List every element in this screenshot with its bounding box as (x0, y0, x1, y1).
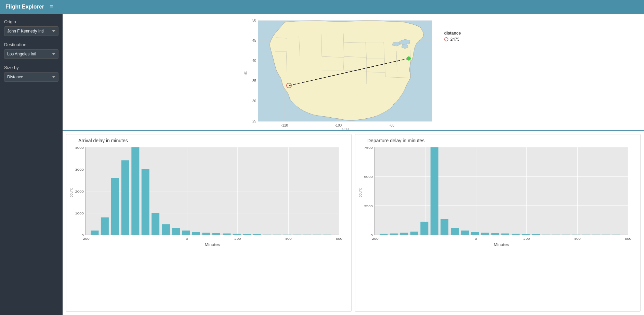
arrival-chart-svg: 4000 3000 2000 1000 0 count -200 - 0 200… (68, 145, 348, 251)
bar (212, 233, 220, 235)
chart-bg (374, 147, 628, 235)
x-tick: 400 (574, 237, 581, 240)
bar (420, 222, 428, 235)
x-axis-label: Minutes (494, 242, 509, 247)
app-title: Flight Explorer (5, 4, 44, 10)
y-tick: 2500 (364, 204, 373, 208)
dest-dot (407, 56, 411, 61)
destination-select[interactable]: Los Angeles Intl John F Kennedy Intl O'H… (4, 49, 58, 59)
bar (162, 224, 170, 235)
bar (152, 213, 159, 235)
y-axis-label: count (357, 188, 362, 197)
bar (501, 234, 509, 235)
app-body: Origin John F Kennedy Intl Los Angeles I… (0, 14, 644, 315)
bar (451, 228, 459, 235)
bar (431, 147, 438, 235)
y-tick: 1000 (75, 211, 84, 215)
bar (101, 218, 109, 235)
map-legend: distance 2475 (444, 17, 461, 42)
arrival-chart-area: 4000 3000 2000 1000 0 count -200 - 0 200… (68, 145, 348, 255)
lat-axis-label: lat (243, 71, 247, 76)
long-axis-label: long (341, 127, 349, 130)
bar (441, 219, 448, 235)
bar (491, 233, 499, 235)
x-tick: 200 (234, 237, 241, 240)
y-tick: 3000 (75, 168, 84, 171)
map-section: 50 45 40 35 30 25 lat -120 -100 -80 lo (63, 14, 644, 131)
legend-circle (444, 37, 448, 41)
departure-chart-panel: Departure delay in minutes (355, 134, 641, 312)
y-tick: 2000 (75, 189, 84, 193)
bar (91, 231, 98, 235)
origin-select[interactable]: John F Kennedy Intl Los Angeles Intl O'H… (4, 26, 58, 36)
bar (131, 147, 139, 235)
y-tick: 5000 (364, 175, 373, 179)
sizeby-label: Size by (4, 65, 58, 70)
x-axis-label: Minutes (205, 242, 220, 247)
x-tick: 600 (336, 237, 342, 240)
x-tick: - (135, 237, 137, 240)
long-tick-120: -120 (281, 123, 288, 127)
map-svg: 50 45 40 35 30 25 lat -120 -100 -80 lo (242, 17, 437, 130)
lat-tick-45: 45 (252, 39, 257, 42)
x-tick: 600 (625, 237, 631, 240)
bar (192, 232, 200, 235)
bar (390, 234, 398, 235)
x-tick: 0 (186, 237, 188, 240)
sizeby-control: Size by Distance Arrival Delay Departure… (4, 65, 58, 82)
bar (471, 232, 479, 235)
origin-label: Origin (4, 19, 58, 24)
bar (410, 232, 418, 235)
x-tick: -200 (82, 237, 90, 240)
x-tick: 200 (523, 237, 530, 240)
destination-label: Destination (4, 42, 58, 47)
x-tick: 0 (475, 237, 477, 240)
bar (461, 231, 469, 235)
main-content: 50 45 40 35 30 25 lat -120 -100 -80 lo (63, 14, 644, 315)
y-axis-label: count (68, 188, 73, 197)
legend-item: 2475 (444, 37, 461, 42)
departure-chart-svg: 7500 5000 2500 0 count -200 0 200 400 60… (357, 145, 637, 251)
bar (182, 231, 190, 235)
hamburger-icon[interactable]: ≡ (50, 3, 53, 11)
lat-tick-50: 50 (252, 18, 257, 22)
arrival-chart-panel: Arrival delay in minutes (66, 134, 352, 312)
departure-chart-area: 7500 5000 2500 0 count -200 0 200 400 60… (357, 145, 637, 255)
bar (172, 228, 180, 235)
header: Flight Explorer ≡ (0, 0, 644, 14)
destination-control: Destination Los Angeles Intl John F Kenn… (4, 42, 58, 59)
origin-control: Origin John F Kennedy Intl Los Angeles I… (4, 19, 58, 36)
bar (111, 178, 119, 235)
lat-tick-35: 35 (252, 79, 257, 83)
departure-chart-title: Departure delay in minutes (357, 138, 637, 143)
bar (202, 233, 210, 235)
map-container: 50 45 40 35 30 25 lat -120 -100 -80 lo (242, 17, 461, 127)
bar (142, 169, 149, 235)
y-tick: 7500 (364, 146, 373, 149)
x-tick: -200 (371, 237, 379, 240)
lat-tick-40: 40 (252, 59, 257, 63)
bar (223, 234, 231, 235)
legend-title: distance (444, 31, 461, 36)
x-tick: 400 (285, 237, 292, 240)
bar (400, 233, 408, 235)
sidebar: Origin John F Kennedy Intl Los Angeles I… (0, 14, 63, 315)
bar (481, 233, 489, 235)
lat-tick-30: 30 (252, 99, 257, 103)
bar (121, 160, 129, 235)
charts-section: Arrival delay in minutes (63, 131, 644, 315)
legend-value: 2475 (450, 37, 460, 42)
long-tick-80: -80 (389, 123, 394, 127)
arrival-chart-title: Arrival delay in minutes (68, 138, 348, 143)
lat-tick-25: 25 (252, 119, 257, 123)
map-chart: 50 45 40 35 30 25 lat -120 -100 -80 lo (242, 17, 437, 127)
y-tick: 4000 (75, 146, 84, 149)
sizeby-select[interactable]: Distance Arrival Delay Departure Delay (4, 72, 58, 82)
long-tick-100: -100 (335, 123, 342, 127)
